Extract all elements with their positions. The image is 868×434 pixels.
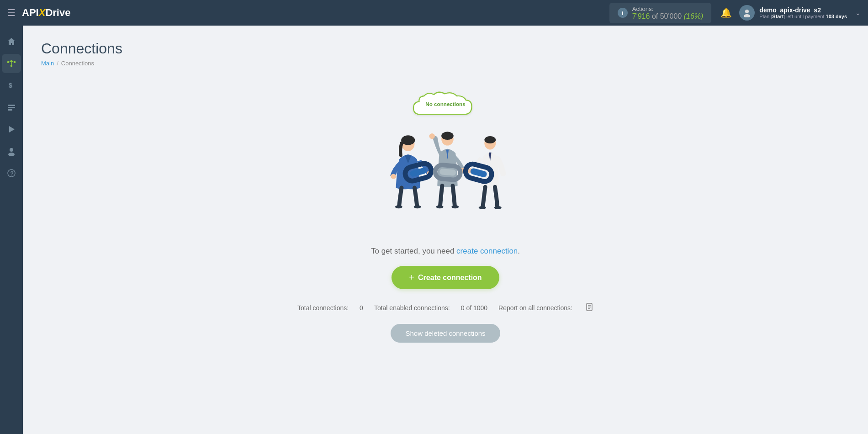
sidebar-item-billing[interactable]: $ (2, 76, 21, 95)
user-menu[interactable]: demo_apix-drive_s2 Plan |Start| left unt… (739, 5, 861, 21)
notifications-bell-icon[interactable]: 🔔 (720, 7, 732, 18)
report-icon[interactable] (585, 303, 593, 313)
hint-text-after: . (518, 247, 520, 255)
user-menu-chevron-icon: ⌄ (855, 9, 861, 16)
user-name: demo_apix-drive_s2 (759, 6, 847, 14)
user-plan: Plan |Start| left until payment 103 days (759, 14, 847, 19)
main-content: Connections Main / Connections No connec… (23, 26, 868, 434)
app-logo: APIXDrive (22, 7, 70, 19)
svg-point-0 (745, 10, 749, 13)
sidebar-item-video[interactable] (2, 120, 21, 139)
svg-text:No connections: No connections (425, 101, 465, 107)
breadcrumb-separator: / (57, 60, 58, 67)
svg-point-29 (436, 205, 444, 208)
chain-illustration (372, 119, 519, 220)
actions-text: Actions: 7'916 of 50'000 (16%) (632, 5, 704, 21)
sidebar-item-tools[interactable] (2, 98, 21, 117)
actions-percent: (16%) (684, 12, 704, 20)
sidebar-item-account[interactable] (2, 142, 21, 161)
no-connections-illustration: No connections (359, 90, 532, 236)
total-connections-label: Total connections: (297, 304, 349, 312)
svg-rect-3 (11, 60, 12, 62)
actions-total: 50'000 (660, 12, 682, 20)
breadcrumb-current: Connections (61, 60, 94, 67)
create-button-plus-icon: + (409, 272, 414, 283)
sidebar-item-home[interactable] (2, 32, 21, 51)
svg-point-30 (451, 205, 459, 208)
cloud-shape: No connections (409, 90, 482, 122)
create-connection-button[interactable]: + Create connection (392, 266, 499, 289)
create-button-label: Create connection (418, 274, 482, 282)
hint-text-before: To get started, you need (371, 247, 454, 255)
actions-label: Actions: (632, 5, 704, 12)
breadcrumb-main-link[interactable]: Main (41, 60, 54, 67)
report-label: Report on all connections: (498, 304, 572, 312)
stats-row: Total connections: 0 Total enabled conne… (297, 303, 593, 313)
logo-x-text: X (39, 7, 46, 19)
user-info: demo_apix-drive_s2 Plan |Start| left unt… (759, 6, 847, 19)
sidebar-item-connections[interactable] (2, 54, 21, 73)
svg-point-23 (395, 205, 402, 208)
svg-text:$: $ (9, 82, 12, 89)
svg-point-20 (401, 135, 415, 145)
page-title: Connections (41, 40, 850, 57)
sidebar-item-help[interactable]: ? (2, 164, 21, 183)
actions-count: 7'916 (632, 12, 650, 20)
svg-point-34 (479, 206, 486, 209)
svg-rect-12 (8, 109, 12, 111)
logo-drive-text: Drive (45, 7, 70, 19)
svg-text:?: ? (11, 170, 14, 177)
enabled-connections-label: Total enabled connections: (374, 304, 450, 312)
svg-line-7 (12, 61, 14, 62)
svg-point-32 (484, 136, 496, 143)
svg-point-1 (744, 14, 750, 17)
enabled-connections-value: 0 of 1000 (461, 304, 487, 312)
breadcrumb: Main / Connections (41, 60, 850, 67)
svg-point-14 (10, 148, 13, 152)
svg-rect-5 (11, 65, 12, 67)
top-navigation: ☰ APIXDrive i Actions: 7'916 of 50'000 (… (0, 0, 868, 26)
svg-rect-11 (8, 107, 15, 108)
create-connection-hint-link[interactable]: create connection (456, 247, 518, 255)
svg-point-27 (429, 133, 434, 139)
sidebar: $ ? (0, 26, 23, 434)
svg-rect-4 (14, 61, 16, 63)
hint-text: To get started, you need create connecti… (371, 247, 520, 256)
hamburger-menu[interactable]: ☰ (7, 7, 16, 18)
svg-point-24 (414, 205, 421, 208)
actions-info-icon[interactable]: i (618, 8, 628, 18)
logo-api-text: API (22, 7, 39, 19)
svg-point-35 (494, 206, 502, 209)
actions-of-label: of (652, 12, 660, 20)
svg-point-26 (441, 132, 454, 140)
total-connections-value: 0 (360, 304, 363, 312)
user-avatar (739, 5, 755, 21)
show-deleted-connections-button[interactable]: Show deleted connections (391, 324, 500, 343)
empty-state: No connections (41, 90, 850, 343)
actions-counter: i Actions: 7'916 of 50'000 (16%) (609, 3, 712, 23)
actions-value: 7'916 of 50'000 (16%) (632, 12, 704, 21)
svg-rect-10 (8, 105, 15, 106)
svg-marker-13 (9, 126, 15, 132)
svg-rect-2 (7, 61, 9, 63)
svg-point-21 (391, 174, 396, 179)
svg-line-6 (9, 61, 11, 62)
svg-point-15 (8, 153, 15, 156)
